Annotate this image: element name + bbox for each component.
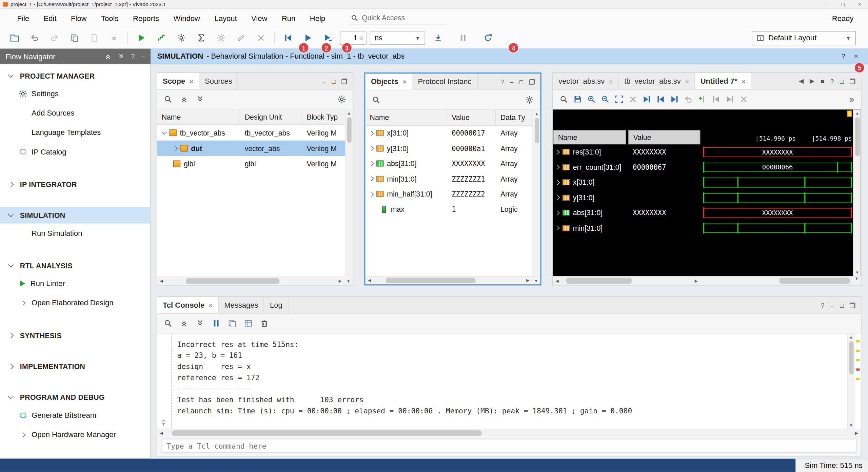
scrollbar-thumb[interactable] [386, 278, 475, 283]
close-tab-icon[interactable]: × [609, 78, 613, 84]
scroll-up-icon[interactable]: ▲ [849, 334, 853, 340]
close-tab-icon[interactable]: × [209, 302, 213, 309]
expand-all-icon[interactable] [196, 95, 204, 103]
chevron-right-icon[interactable] [555, 165, 560, 170]
scroll-left-icon[interactable]: ◀ [157, 279, 165, 283]
object-row-y[interactable]: y[31:0] 000000a1 Array [366, 141, 540, 156]
sidebar-item-run-linter[interactable]: Run Linter [0, 274, 150, 293]
tab-tb-vector-abs-sv[interactable]: tb_vector_abs.sv × [619, 73, 695, 89]
object-row-min-half[interactable]: min_half[31:0] ZZZZZZZ2 Array [366, 186, 540, 202]
layout-selector[interactable]: Default Layout ▼ [752, 31, 856, 45]
step-button[interactable] [431, 31, 445, 45]
scrollbar-thumb[interactable] [855, 117, 860, 156]
sidebar-item-add-sources[interactable]: Add Sources [0, 103, 150, 123]
horizontal-scrollbar[interactable]: ◀ ▶ ▼ [157, 276, 353, 285]
report-table-icon[interactable] [244, 319, 252, 327]
object-row-min[interactable]: min[31:0] ZZZZZZZ1 Array [366, 171, 540, 186]
run-flow-button[interactable] [134, 31, 148, 45]
collapse-all-icon[interactable] [180, 319, 188, 327]
help-icon[interactable]: ? [830, 78, 834, 84]
wave-horizontal-scrollbars[interactable]: ◀ ▶ ▼ [553, 276, 861, 285]
expand-all-icon[interactable] [196, 319, 204, 327]
report-button[interactable] [194, 31, 208, 45]
tab-objects[interactable]: Objects × [366, 74, 413, 89]
relaunch-sim-button[interactable] [480, 31, 495, 45]
tab-untitled-7[interactable]: Untitled 7* × [695, 73, 751, 89]
copy-button[interactable] [67, 31, 81, 45]
flow-section-implementation[interactable]: IMPLEMENTATION [0, 358, 150, 374]
tab-list-icon[interactable]: ≡ [821, 77, 824, 85]
tab-scope[interactable]: Scope × [157, 73, 199, 89]
sidebar-item-run-simulation[interactable]: Run Simulation [0, 224, 150, 243]
delete-button[interactable]: × [107, 31, 121, 45]
close-tab-icon[interactable]: × [685, 78, 689, 84]
menu-file[interactable]: File [10, 14, 36, 22]
menu-edit[interactable]: Edit [36, 14, 63, 22]
tab-scroll-right-icon[interactable]: ▶ [810, 78, 814, 85]
scroll-right-icon[interactable]: ▶ [852, 431, 861, 435]
tab-vector-abs-sv[interactable]: vector_abs.sv × [553, 73, 619, 89]
window-minimize-button[interactable]: – [818, 1, 835, 7]
paste-button[interactable] [87, 31, 101, 45]
toolbar-overflow-icon[interactable]: » [849, 94, 854, 104]
scroll-left-icon[interactable]: ◀ [553, 279, 561, 283]
maximize-panel-icon[interactable]: □ [519, 78, 523, 85]
chevron-right-icon[interactable] [173, 146, 178, 151]
flow-section-synthesis[interactable]: SYNTHESIS [0, 327, 150, 344]
close-tab-icon[interactable]: × [190, 78, 193, 84]
flow-section-program-and-debug[interactable]: PROGRAM AND DEBUG [0, 389, 150, 406]
tab-messages[interactable]: Messages [219, 297, 264, 313]
quick-access-search[interactable] [349, 12, 448, 24]
time-unit-select[interactable]: ns ▼ [370, 31, 425, 44]
scroll-right-icon[interactable]: ▶ [524, 278, 532, 283]
chevron-right-icon[interactable] [369, 177, 374, 181]
zoom-in-icon[interactable] [587, 95, 595, 103]
tab-protocol-instances[interactable]: Protocol Instanc [412, 74, 477, 89]
scrollbar-thumb[interactable] [186, 278, 280, 284]
command-pin-icon[interactable] [160, 419, 167, 427]
scroll-up-icon[interactable]: ▲ [855, 110, 859, 116]
wave-column-header-name[interactable]: Name [553, 130, 626, 144]
wave-signal-abs[interactable]: abs[31:0] [553, 205, 626, 221]
scroll-down-icon[interactable]: ▼ [855, 269, 859, 275]
scrollbar-thumb[interactable] [780, 278, 850, 284]
flow-section-rtl-analysis[interactable]: RTL ANALYSIS [0, 257, 150, 274]
menu-run[interactable]: Run [275, 14, 303, 22]
scrollbar-thumb[interactable] [849, 341, 853, 374]
sidebar-item-open-hardware-manager[interactable]: Open Hardware Manager [0, 425, 150, 444]
help-icon[interactable]: ? [841, 52, 845, 60]
column-header-design-unit[interactable]: Design Unit [240, 109, 302, 124]
wave-signal-y[interactable]: y[31:0] [553, 190, 626, 205]
vertical-scrollbar[interactable]: ▲ [533, 110, 540, 276]
scroll-right-icon[interactable]: ▶ [692, 279, 700, 283]
minimize-panel-icon[interactable]: – [141, 53, 145, 60]
window-maximize-button[interactable]: □ [835, 1, 851, 7]
chevron-right-icon[interactable] [555, 150, 560, 155]
gear-icon[interactable] [338, 95, 346, 103]
help-icon[interactable]: ? [500, 78, 504, 85]
chevron-right-icon[interactable] [369, 146, 374, 151]
restart-sim-button[interactable] [281, 31, 295, 45]
scroll-right-icon[interactable]: ▶ [336, 279, 344, 283]
minimize-panel-icon[interactable]: – [510, 78, 513, 85]
scope-row-tb-vector-abs[interactable]: tb_vector_abs tb_vector_abs Verilog M [157, 125, 353, 141]
scroll-down-icon[interactable]: ▼ [344, 279, 353, 283]
help-icon[interactable]: ? [821, 302, 824, 309]
copy-icon[interactable] [228, 319, 236, 327]
go-to-time-icon[interactable] [643, 95, 651, 103]
clear-console-icon[interactable] [260, 319, 268, 327]
maximize-panel-icon[interactable]: □ [840, 78, 844, 84]
zoom-fit-icon[interactable] [615, 95, 623, 103]
next-transition-icon[interactable] [670, 95, 678, 103]
tab-sources[interactable]: Sources [199, 73, 238, 89]
wave-signal-x[interactable]: x[31:0] [553, 175, 626, 190]
wave-signal-res[interactable]: res[31:0] [553, 144, 626, 160]
collapse-all-icon[interactable] [180, 95, 188, 103]
scroll-down-icon[interactable]: ▼ [532, 279, 540, 282]
float-panel-icon[interactable] [341, 78, 347, 84]
chevron-right-icon[interactable] [555, 195, 560, 200]
tab-tcl-console[interactable]: Tcl Console × [157, 297, 219, 313]
add-cursor-icon[interactable] [698, 95, 706, 103]
wave-signal-min[interactable]: min[31:0] [553, 221, 626, 236]
sidebar-item-language-templates[interactable]: Language Templates [0, 123, 150, 142]
